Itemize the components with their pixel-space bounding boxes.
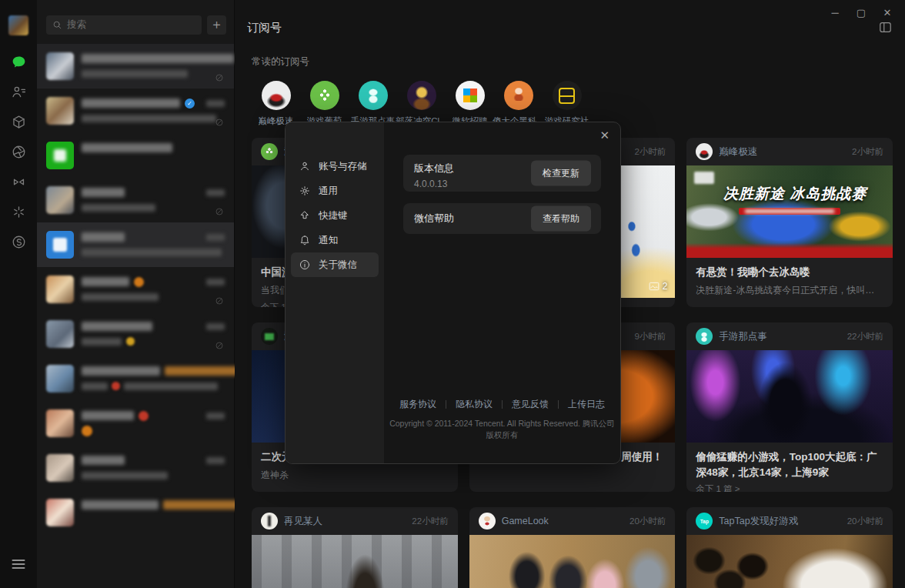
upload-log-link[interactable]: 上传日志 [559, 398, 614, 411]
dialog-close-icon[interactable]: ✕ [599, 129, 609, 142]
account-avatar [456, 81, 485, 110]
chats-icon[interactable] [9, 52, 28, 71]
article-card[interactable]: GameLook 20小时前 [469, 507, 676, 588]
emoji [134, 277, 144, 287]
article-subtitle: 造神杀 [252, 465, 458, 482]
chat-item[interactable] [37, 267, 234, 312]
article-image[interactable] [252, 535, 458, 588]
feedback-link[interactable]: 意见反馈 [503, 398, 558, 411]
article-card[interactable]: 手游那点事 22小时前 偷偷猛赚的小游戏，Top100大起底：广深48家，北京1… [686, 322, 893, 492]
account-avatar [262, 81, 291, 110]
chat-item[interactable]: ✓ [37, 89, 234, 133]
settings-menu: 账号与存储 通用 快捷键 通知 关于微信 [286, 122, 384, 463]
chat-item[interactable] [37, 446, 234, 490]
menu-item-notifications[interactable]: 通知 [291, 228, 379, 252]
gear-icon [299, 185, 311, 197]
bell-icon [299, 234, 311, 246]
frequent-account[interactable]: 巅峰极速 [252, 81, 300, 127]
image-count-badge: 2 [649, 281, 668, 292]
frequent-account[interactable]: 微软招聘 [446, 81, 494, 127]
frequent-section-label: 常读的订阅号 [252, 55, 893, 68]
close-button[interactable]: ✕ [874, 3, 900, 23]
menu-item-general[interactable]: 通用 [291, 179, 379, 203]
chat-item[interactable] [37, 401, 234, 446]
brand-logo [694, 172, 714, 184]
moments-icon[interactable] [9, 142, 28, 161]
add-chat-button[interactable]: ＋ [207, 15, 226, 35]
article-card[interactable]: 巅峰极速 2小时前 决胜新途 冰岛挑战赛 有悬赏！我嘞个去冰岛喽 决胜新途-冰岛… [686, 138, 893, 307]
search-placeholder: 搜索 [67, 18, 86, 32]
account-avatar [359, 81, 388, 110]
privacy-link[interactable]: 隐私协议 [446, 398, 502, 411]
article-image[interactable] [469, 535, 676, 588]
article-title: 偷偷猛赚的小游戏，Top100大起底：广深48家，北京14家，上海9家 [686, 443, 893, 479]
emoji [126, 337, 135, 346]
chat-list-panel: 搜索 ＋ ✓ [37, 0, 235, 588]
dialog-footer: 服务协议 隐私协议 意见反馈 上传日志 Copyright © 2011-202… [384, 398, 620, 441]
account-avatar [696, 513, 713, 530]
chat-item[interactable] [37, 356, 234, 401]
frequent-account[interactable]: 游戏研究社 [543, 81, 591, 127]
remaining-link[interactable]: 余下 1 篇 > [686, 479, 893, 492]
mini-programs-icon[interactable] [9, 202, 28, 221]
frequent-account[interactable]: 傻大个黑科... [494, 81, 543, 127]
version-section: 版本信息 4.0.0.13 检查更新 [403, 155, 601, 192]
chat-item-selected[interactable] [37, 222, 234, 267]
help-section: 微信帮助 查看帮助 [403, 203, 601, 234]
frequent-account[interactable]: 部落冲突Cl... [397, 81, 446, 127]
picture-icon [649, 282, 660, 291]
account-avatar [504, 81, 533, 110]
maximize-button[interactable]: ▢ [848, 3, 874, 23]
mute-icon [215, 295, 224, 304]
article-image[interactable]: 决胜新途 冰岛挑战赛 [686, 165, 893, 258]
chat-item[interactable] [37, 133, 234, 178]
article-card[interactable]: TapTap发现好游戏 20小时前 [686, 507, 893, 588]
account-avatar [696, 143, 713, 160]
info-icon [299, 259, 311, 271]
wechat-window: 搜索 ＋ ✓ [0, 0, 905, 588]
search-icon [52, 20, 62, 30]
terms-link[interactable]: 服务协议 [390, 398, 446, 411]
menu-item-shortcuts[interactable]: 快捷键 [291, 203, 379, 228]
emoji [139, 411, 149, 421]
view-help-button[interactable]: 查看帮助 [531, 206, 591, 232]
article-image[interactable] [686, 535, 893, 588]
chat-item[interactable] [37, 490, 234, 535]
chat-item[interactable] [37, 312, 234, 356]
chat-item[interactable] [37, 178, 234, 222]
copyright-text: Copyright © 2011-2024 Tencent. All Right… [384, 418, 620, 441]
help-label: 微信帮助 [414, 212, 454, 226]
article-subtitle: 决胜新途-冰岛挑战赛今日正式开启，快叫上你的车搭子... [686, 280, 893, 297]
mute-icon [215, 339, 224, 349]
search-s-icon[interactable] [9, 232, 28, 251]
search-input[interactable]: 搜索 [46, 15, 202, 35]
account-avatar [310, 81, 339, 110]
account-avatar [407, 81, 436, 110]
page-title: 订阅号 [247, 21, 282, 35]
mute-icon [215, 205, 224, 215]
article-title: 有悬赏！我嘞个去冰岛喽 [686, 258, 893, 280]
article-card[interactable]: 再见某人 22小时前 [252, 507, 458, 588]
check-update-button[interactable]: 检查更新 [531, 161, 591, 186]
emoji [112, 382, 120, 390]
image-subheadline [739, 208, 840, 215]
frequent-account[interactable]: 手游那点事 [349, 81, 397, 127]
contacts-icon[interactable] [9, 82, 28, 101]
shortcut-arrow-icon [299, 209, 311, 222]
article-image[interactable] [686, 350, 893, 443]
menu-item-account-storage[interactable]: 账号与存储 [291, 154, 379, 179]
account-avatar [479, 513, 496, 530]
emoji [82, 426, 92, 436]
account-avatar [261, 513, 278, 530]
mute-icon [215, 72, 224, 81]
menu-hamburger[interactable] [12, 557, 25, 571]
user-avatar[interactable] [8, 15, 28, 35]
chat-item[interactable] [37, 44, 234, 89]
verified-badge: ✓ [185, 99, 195, 109]
account-avatar [553, 81, 582, 110]
menu-item-about[interactable]: 关于微信 [291, 252, 379, 277]
channels-icon[interactable] [9, 172, 28, 191]
collections-icon[interactable] [9, 112, 28, 131]
minimize-button[interactable]: ─ [822, 3, 848, 23]
frequent-account[interactable]: 游戏葡萄 [300, 81, 349, 127]
